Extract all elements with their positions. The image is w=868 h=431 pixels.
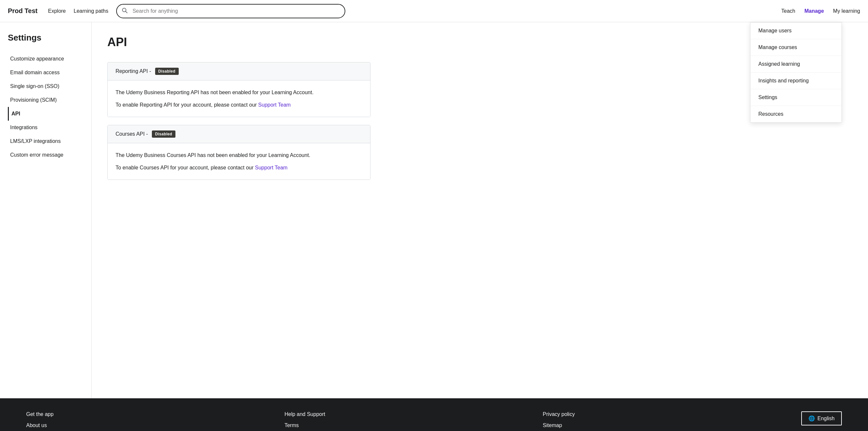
nav-my-learning[interactable]: My learning [833, 8, 860, 14]
sidebar-item-scim[interactable]: Provisioning (SCIM) [8, 93, 84, 107]
dropdown-settings[interactable]: Settings [750, 89, 841, 106]
footer-get-app[interactable]: Get the app [26, 411, 284, 417]
sidebar-item-custom-error[interactable]: Custom error message [8, 148, 84, 162]
search-wrapper [116, 4, 345, 18]
sidebar-item-sso[interactable]: Single sign-on (SSO) [8, 79, 84, 93]
footer-sitemap[interactable]: Sitemap [542, 423, 801, 428]
footer-col-1: Get the app About us [26, 411, 284, 428]
sidebar-item-lms-lxp[interactable]: LMS/LXP integrations [8, 134, 84, 148]
manage-dropdown: Manage users Manage courses Assigned lea… [750, 22, 842, 123]
page-title: API [107, 35, 371, 49]
sidebar-item-api[interactable]: API [8, 107, 84, 121]
courses-api-header: Courses API - Disabled [108, 125, 370, 143]
footer-col-2: Help and Support Terms [284, 411, 542, 428]
courses-api-support-link[interactable]: Support Team [255, 165, 287, 170]
dropdown-insights-reporting[interactable]: Insights and reporting [750, 73, 841, 89]
nav-learning-paths[interactable]: Learning paths [74, 8, 108, 14]
svg-line-1 [125, 11, 127, 13]
reporting-api-title: Reporting API - [116, 68, 151, 74]
header: Prod Test Explore Learning paths Teach M… [0, 0, 868, 22]
footer-col-3: Privacy policy Sitemap [542, 411, 801, 428]
footer-right: 🌐 English [801, 411, 842, 425]
footer-help-support[interactable]: Help and Support [284, 411, 542, 417]
footer: Get the app About us Help and Support Te… [0, 398, 868, 431]
courses-api-body: The Udemy Business Courses API has not b… [108, 143, 370, 179]
footer-privacy-policy[interactable]: Privacy policy [542, 411, 801, 417]
sidebar: Settings Customize appearance Email doma… [0, 22, 92, 398]
dropdown-manage-courses[interactable]: Manage courses [750, 39, 841, 56]
reporting-api-text2: To enable Reporting API for your account… [116, 101, 362, 109]
language-button[interactable]: 🌐 English [801, 411, 842, 425]
reporting-api-card: Reporting API - Disabled The Udemy Busin… [107, 62, 371, 117]
reporting-api-support-link[interactable]: Support Team [258, 102, 291, 108]
reporting-api-header: Reporting API - Disabled [108, 62, 370, 80]
sidebar-item-email-domain[interactable]: Email domain access [8, 66, 84, 79]
courses-api-text1: The Udemy Business Courses API has not b… [116, 151, 362, 160]
courses-api-card: Courses API - Disabled The Udemy Busines… [107, 125, 371, 180]
dropdown-assigned-learning[interactable]: Assigned learning [750, 56, 841, 73]
courses-api-badge: Disabled [152, 130, 176, 138]
logo[interactable]: Prod Test [8, 7, 38, 15]
footer-about-us[interactable]: About us [26, 423, 284, 428]
courses-api-text2: To enable Courses API for your account, … [116, 164, 362, 172]
main-nav: Explore Learning paths [48, 8, 108, 14]
language-label: English [817, 416, 835, 422]
nav-manage[interactable]: Manage [805, 8, 824, 14]
reporting-api-body: The Udemy Business Reporting API has not… [108, 80, 370, 117]
globe-icon: 🌐 [808, 415, 815, 422]
dropdown-resources[interactable]: Resources [750, 106, 841, 122]
sidebar-item-integrations[interactable]: Integrations [8, 121, 84, 134]
dropdown-manage-users[interactable]: Manage users [750, 23, 841, 39]
nav-explore[interactable]: Explore [48, 8, 66, 14]
content-area: API Reporting API - Disabled The Udemy B… [92, 22, 386, 398]
reporting-api-badge: Disabled [155, 68, 179, 75]
footer-terms[interactable]: Terms [284, 423, 542, 428]
sidebar-title: Settings [8, 33, 84, 43]
main-layout: Settings Customize appearance Email doma… [0, 22, 868, 398]
search-input[interactable] [116, 4, 345, 18]
search-icon [121, 7, 128, 15]
reporting-api-text1: The Udemy Business Reporting API has not… [116, 88, 362, 97]
courses-api-title: Courses API - [116, 131, 148, 137]
sidebar-item-customize-appearance[interactable]: Customize appearance [8, 52, 84, 66]
nav-teach[interactable]: Teach [781, 8, 795, 14]
header-right-nav: Teach Manage My learning [773, 8, 860, 14]
